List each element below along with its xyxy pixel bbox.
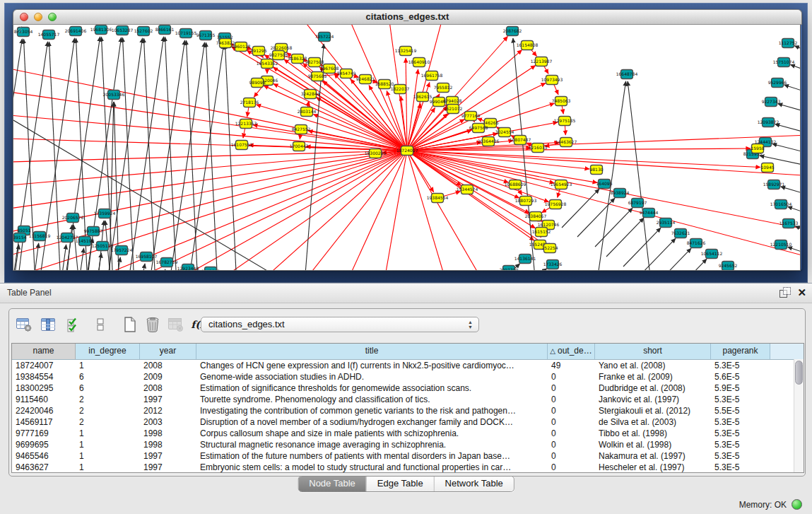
- table-vertical-scrollbar[interactable]: [794, 359, 804, 472]
- network-node[interactable]: 2718176: [240, 98, 259, 107]
- network-node[interactable]: 8427552: [292, 125, 311, 134]
- network-node[interactable]: 252254: [542, 244, 558, 253]
- network-node[interactable]: 17016504: [770, 200, 792, 209]
- table-cell[interactable]: 5.3E-5: [711, 416, 770, 428]
- network-node[interactable]: 6497568: [469, 124, 488, 133]
- network-node[interactable]: 2087682: [503, 27, 522, 36]
- network-node[interactable]: 17957224: [111, 246, 133, 255]
- window-titlebar[interactable]: citations_edges.txt: [13, 9, 802, 25]
- network-node[interactable]: 19756928: [545, 200, 567, 209]
- network-node[interactable]: 8454749: [337, 69, 356, 78]
- table-cell[interactable]: Embryonic stem cells: a model to study s…: [196, 462, 548, 473]
- network-node[interactable]: 1112752: [779, 39, 798, 48]
- network-node[interactable]: 98130: [589, 165, 603, 175]
- column-header-title[interactable]: title: [196, 344, 548, 359]
- network-node[interactable]: 16154808: [517, 41, 539, 50]
- column-header-name[interactable]: name: [12, 344, 76, 359]
- minimize-window-icon[interactable]: [34, 13, 42, 21]
- network-node[interactable]: 19654923: [551, 180, 572, 189]
- network-node[interactable]: 10945: [760, 163, 774, 173]
- network-node[interactable]: 16107552: [231, 141, 253, 150]
- network-edge[interactable]: [101, 37, 114, 270]
- network-edge[interactable]: [787, 206, 800, 220]
- table-row[interactable]: 1456911722003Disruption of a novel membe…: [12, 416, 804, 428]
- table-panel-header[interactable]: Table Panel ✕: [0, 283, 812, 303]
- canvas-resize-grip[interactable]: [13, 25, 23, 34]
- network-edge[interactable]: [138, 264, 145, 270]
- table-cell[interactable]: 5.3E-5: [711, 394, 770, 405]
- table-cell[interactable]: 5.3E-5: [711, 450, 770, 462]
- network-node[interactable]: 8938924: [611, 189, 630, 198]
- table-cell[interactable]: Structural magnetic resonance image aver…: [196, 439, 548, 450]
- network-node[interactable]: 10719155: [175, 29, 197, 38]
- network-node[interactable]: 16782759: [156, 258, 178, 267]
- table-cell[interactable]: Disruption of a novel member of a sodium…: [196, 416, 548, 428]
- network-edge[interactable]: [407, 151, 452, 270]
- table-cell[interactable]: 0: [548, 416, 595, 428]
- table-cell[interactable]: 0: [548, 462, 595, 473]
- table-cell[interactable]: de Silva et al. (2003): [595, 416, 711, 428]
- table-cell[interactable]: Yano et al. (2008): [595, 360, 711, 371]
- table-cell[interactable]: 1998: [140, 439, 196, 450]
- tab-network-table[interactable]: Network Table: [434, 477, 514, 491]
- network-edge[interactable]: [122, 37, 135, 270]
- table-cell[interactable]: 1: [76, 450, 140, 462]
- table-cell[interactable]: 0: [548, 439, 595, 450]
- network-node[interactable]: 10654112: [701, 250, 723, 259]
- network-edge[interactable]: [787, 247, 800, 260]
- network-node[interactable]: 12213363: [235, 119, 257, 129]
- network-node[interactable]: 16648784: [616, 70, 638, 79]
- network-edge[interactable]: [407, 134, 800, 151]
- network-node[interactable]: 9529966: [768, 78, 787, 88]
- table-cell[interactable]: Hescheler et al. (1997): [595, 462, 711, 473]
- table-cell[interactable]: 14569117: [12, 416, 76, 428]
- network-edge[interactable]: [794, 46, 800, 59]
- network-edge[interactable]: [407, 151, 800, 262]
- network-node[interactable]: 9245652: [719, 262, 738, 271]
- table-cell[interactable]: Stergiakouli et al. (2012): [595, 405, 711, 416]
- network-edge[interactable]: [240, 151, 407, 270]
- table-cell[interactable]: Investigating the contribution of common…: [196, 405, 548, 416]
- network-node[interactable]: 1700443: [290, 142, 309, 151]
- table-cell[interactable]: Corpus callosum shape and size in male p…: [196, 428, 548, 439]
- table-cell[interactable]: 2008: [140, 360, 196, 371]
- zoom-window-icon[interactable]: [48, 13, 57, 21]
- network-node[interactable]: 989098: [249, 78, 266, 88]
- network-node[interactable]: 20364436: [478, 137, 500, 146]
- network-node[interactable]: 8186328: [288, 54, 307, 64]
- network-edge[interactable]: [654, 248, 691, 270]
- network-edge[interactable]: [407, 69, 418, 151]
- close-panel-icon[interactable]: ✕: [797, 287, 806, 298]
- column-header-year[interactable]: year: [140, 344, 196, 359]
- network-node[interactable]: 14463627: [555, 138, 577, 147]
- network-node[interactable]: 1615152: [532, 228, 551, 237]
- network-node[interactable]: 12213987: [531, 57, 553, 66]
- table-cell[interactable]: 1997: [140, 462, 196, 473]
- network-edge[interactable]: [562, 189, 599, 228]
- table-cell[interactable]: 2: [76, 416, 140, 428]
- network-node[interactable]: 14055717: [38, 30, 60, 40]
- network-edge[interactable]: [772, 144, 800, 158]
- table-selector-dropdown[interactable]: citations_edges.txt ▲▼: [201, 317, 479, 332]
- table-row[interactable]: 1830029562008Estimation of significance …: [12, 382, 804, 394]
- network-node[interactable]: 1167533: [779, 219, 799, 228]
- network-node[interactable]: 164095: [596, 180, 613, 189]
- network-edge[interactable]: [158, 269, 165, 270]
- network-node[interactable]: 18640910: [408, 58, 430, 67]
- network-node[interactable]: 20691406: [65, 27, 87, 36]
- network-node[interactable]: 11156819: [29, 232, 51, 241]
- table-cell[interactable]: 0: [548, 394, 595, 405]
- table-cell[interactable]: 2012: [140, 405, 196, 416]
- network-edge[interactable]: [513, 38, 537, 270]
- network-node[interactable]: 10688609: [505, 180, 526, 189]
- network-edge[interactable]: [407, 151, 494, 270]
- network-node[interactable]: 10973493: [541, 76, 563, 85]
- network-edge[interactable]: [143, 38, 156, 270]
- network-edge[interactable]: [778, 104, 800, 117]
- network-edge[interactable]: [628, 81, 653, 270]
- table-cell[interactable]: 6: [76, 371, 140, 382]
- network-edge[interactable]: [73, 225, 81, 270]
- network-edge[interactable]: [165, 37, 177, 270]
- network-node[interactable]: 7955812: [434, 83, 453, 93]
- network-canvas[interactable]: 1872400788130541405571720691406196813061…: [13, 25, 801, 271]
